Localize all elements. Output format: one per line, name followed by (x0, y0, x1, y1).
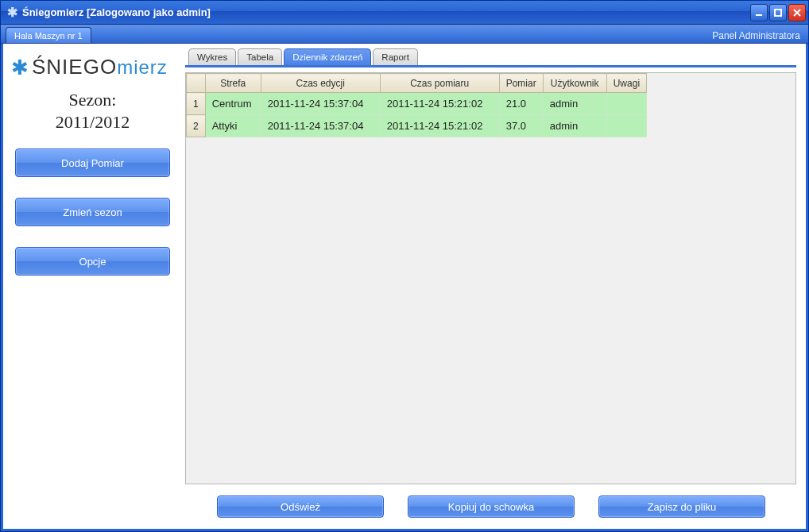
content-area: Wykres Tabela Dziennik zdarzeń Raport St… (182, 44, 806, 529)
window-title: Śniegomierz [Zalogowano jako admin] (22, 6, 211, 18)
tab-dziennik[interactable]: Dziennik zdarzeń (284, 48, 371, 65)
cell-uwagi (606, 93, 646, 115)
tab-label: Raport (381, 52, 409, 62)
page-tab-hall[interactable]: Hala Maszyn nr 1 (6, 27, 91, 43)
grid-table: Strefa Czas edycji Czas pomiaru Pomiar U… (186, 73, 647, 137)
svg-rect-0 (756, 14, 762, 16)
app-icon: ✱ (7, 6, 17, 19)
cell-uwagi (606, 115, 646, 137)
tab-raport[interactable]: Raport (373, 48, 418, 65)
cell-strefa: Attyki (205, 115, 261, 137)
cell-strefa: Centrum (205, 93, 261, 115)
close-button[interactable] (788, 4, 806, 21)
admin-panel-label: Panel Administratora (712, 30, 800, 41)
bottom-toolbar: Odśwież Kopiuj do schowka Zapisz do plik… (185, 484, 796, 521)
table-row[interactable]: 1Centrum2011-11-24 15:37:042011-11-24 15… (187, 93, 647, 115)
col-czas-pomiaru[interactable]: Czas pomiaru (380, 74, 499, 93)
titlebar: ✱ Śniegomierz [Zalogowano jako admin] (1, 1, 808, 25)
snowflake-icon: ✱ (11, 57, 29, 78)
refresh-button[interactable]: Odśwież (217, 495, 384, 518)
cell-rownum: 1 (187, 93, 206, 115)
col-strefa[interactable]: Strefa (205, 74, 261, 93)
cell-czas-edycji: 2011-11-24 15:37:04 (261, 115, 380, 137)
svg-rect-1 (775, 10, 781, 16)
inner-tabs: Wykres Tabela Dziennik zdarzeń Raport (185, 48, 796, 67)
app-logo: ✱ ŚNIEGOmierz (11, 50, 174, 83)
window-controls (750, 4, 806, 21)
tab-tabela[interactable]: Tabela (238, 48, 282, 65)
cell-uzytkownik: admin (543, 93, 606, 115)
admin-panel-link[interactable]: Panel Administratora (709, 29, 803, 43)
tab-label: Wykres (197, 52, 227, 62)
cell-uzytkownik: admin (543, 115, 606, 137)
cell-czas-pomiaru: 2011-11-24 15:21:02 (380, 115, 499, 137)
page-tab-bar: Hala Maszyn nr 1 Panel Administratora (1, 25, 808, 44)
page-tab-label: Hala Maszyn nr 1 (14, 31, 83, 40)
tab-wykres[interactable]: Wykres (188, 48, 236, 65)
save-file-button[interactable]: Zapisz do pliku (598, 495, 765, 518)
col-uwagi[interactable]: Uwagi (606, 74, 646, 93)
col-czas-edycji[interactable]: Czas edycji (261, 74, 380, 93)
tab-label: Tabela (246, 52, 273, 62)
season-heading: Sezon: 2011/2012 (11, 89, 174, 133)
col-rownum[interactable] (187, 74, 206, 93)
main-area: ✱ ŚNIEGOmierz Sezon: 2011/2012 Dodaj Pom… (1, 44, 808, 531)
cell-pomiar: 21.0 (499, 93, 543, 115)
season-label: Sezon: (11, 89, 174, 111)
season-value: 2011/2012 (11, 111, 174, 133)
tab-label: Dziennik zdarzeń (292, 52, 362, 62)
cell-czas-pomiaru: 2011-11-24 15:21:02 (380, 93, 499, 115)
copy-clipboard-button[interactable]: Kopiuj do schowka (408, 495, 575, 518)
minimize-button[interactable] (750, 4, 768, 21)
table-row[interactable]: 2Attyki2011-11-24 15:37:042011-11-24 15:… (187, 115, 647, 137)
sidebar: ✱ ŚNIEGOmierz Sezon: 2011/2012 Dodaj Pom… (3, 44, 182, 529)
logo-text-2: mierz (117, 56, 168, 78)
cell-rownum: 2 (187, 115, 206, 137)
cell-czas-edycji: 2011-11-24 15:37:04 (261, 93, 380, 115)
cell-pomiar: 37.0 (499, 115, 543, 137)
logo-text-1: ŚNIEGO (32, 55, 117, 79)
options-button[interactable]: Opcje (15, 247, 170, 276)
col-uzytkownik[interactable]: Użytkownik (543, 74, 606, 93)
event-log-grid[interactable]: Strefa Czas edycji Czas pomiaru Pomiar U… (185, 72, 796, 484)
change-season-button[interactable]: Zmień sezon (15, 198, 170, 226)
add-measurement-button[interactable]: Dodaj Pomiar (15, 148, 170, 177)
col-pomiar[interactable]: Pomiar (499, 74, 543, 93)
maximize-button[interactable] (769, 4, 787, 21)
